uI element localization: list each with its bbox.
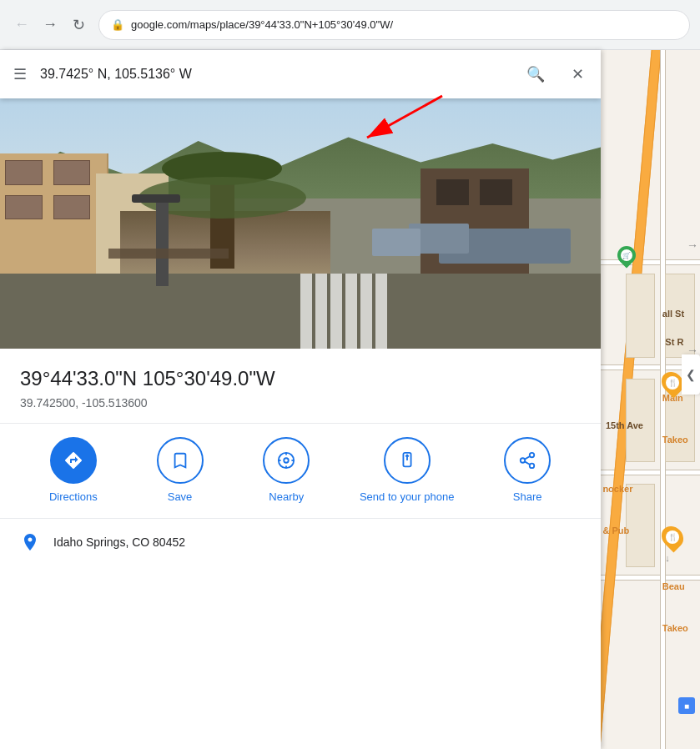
save-icon-circle (157, 437, 204, 484)
save-button[interactable]: Save (147, 437, 214, 505)
browser-chrome: ← → ↻ 🔒 google.com/maps/place/39°44'33.0… (0, 0, 700, 50)
directions-button[interactable]: Directions (40, 437, 107, 505)
coords-dms: 39°44'33.0"N 105°30'49.0"W (20, 365, 581, 391)
coords-decimal: 39.742500, -105.513600 (20, 396, 581, 410)
svg-line-15 (525, 456, 530, 460)
directions-icon-circle (50, 437, 97, 484)
directions-label: Directions (49, 490, 98, 505)
crosswalk (300, 274, 481, 349)
road-arrow-1: → (687, 239, 698, 252)
map-block-1 (626, 274, 656, 358)
send-to-phone-label: Send to your phone (360, 490, 454, 505)
nav-buttons: ← → ↻ (10, 13, 90, 37)
send-to-phone-button[interactable]: Send to your phone (360, 437, 454, 505)
send-to-phone-icon (398, 451, 416, 470)
fence (108, 249, 229, 259)
map-panel[interactable]: → → ↓ all St St R 15th Ave Main Takeo no… (601, 50, 700, 749)
nearby-icon (277, 451, 295, 470)
map-label-takeo2: Takeo (662, 623, 688, 633)
back-button[interactable]: ← (10, 13, 33, 37)
map-road-h1 (601, 259, 700, 265)
map-road-h4 (601, 575, 700, 581)
search-bar: ☰ 39.7425° N, 105.5136° W 🔍 ✕ (0, 50, 601, 98)
map-label-beau: Beau (662, 581, 685, 591)
map-label-nocker: nocker (602, 484, 632, 494)
share-label: Share (513, 490, 542, 505)
search-query: 39.7425° N, 105.5136° W (40, 67, 510, 82)
share-icon-circle (504, 437, 551, 484)
car-3 (372, 229, 421, 256)
poi-marker-blue: ■ (678, 697, 695, 714)
street-lamp (156, 199, 168, 286)
map-label-allst: all St (662, 309, 684, 319)
address-bar[interactable]: 🔒 google.com/maps/place/39°44'33.0"N+105… (98, 10, 690, 40)
svg-line-14 (525, 462, 530, 465)
map-label-15thave: 15th Ave (606, 420, 643, 430)
share-icon (518, 451, 536, 470)
directions-icon (63, 450, 83, 470)
address-text: Idaho Springs, CO 80452 (53, 535, 185, 549)
lock-icon: 🔒 (111, 18, 124, 31)
save-label: Save (168, 490, 193, 505)
action-buttons: Directions Save (0, 424, 601, 519)
sidebar-panel: ☰ 39.7425° N, 105.5136° W 🔍 ✕ (0, 50, 601, 749)
hamburger-icon[interactable]: ☰ (13, 65, 27, 83)
search-icon[interactable]: 🔍 (523, 62, 548, 87)
nearby-icon-circle (263, 437, 310, 484)
map-label-pub: & Pub (602, 525, 629, 535)
main-layout: ☰ 39.7425° N, 105.5136° W 🔍 ✕ (0, 50, 700, 749)
save-icon (171, 451, 189, 470)
url-text: google.com/maps/place/39°44'33.0"N+105°3… (131, 18, 393, 31)
map-block-3 (626, 484, 656, 568)
location-info: 39°44'33.0"N 105°30'49.0"W 39.742500, -1… (0, 349, 601, 424)
map-label-str: St R (665, 337, 683, 347)
send-to-phone-icon-circle (384, 437, 431, 484)
road-surface (0, 274, 601, 349)
street-scene (0, 98, 601, 349)
street-view (0, 98, 601, 349)
svg-point-12 (521, 458, 526, 463)
road-arrow-3: ↓ (665, 553, 670, 563)
nearby-button[interactable]: Nearby (253, 437, 320, 505)
share-button[interactable]: Share (494, 437, 561, 505)
nearby-label: Nearby (269, 490, 304, 505)
building-left (0, 153, 108, 291)
close-icon[interactable]: ✕ (568, 62, 587, 87)
svg-point-13 (530, 464, 535, 469)
svg-point-3 (285, 458, 290, 463)
sidebar-collapse-button[interactable]: ❮ (682, 354, 700, 395)
map-label-takeo1: Takeo (662, 435, 688, 445)
location-row: Idaho Springs, CO 80452 (0, 519, 601, 566)
location-pin-icon (20, 532, 40, 552)
svg-point-11 (530, 453, 535, 458)
map-background: → → ↓ all St St R 15th Ave Main Takeo no… (601, 50, 700, 749)
refresh-button[interactable]: ↻ (67, 13, 90, 37)
forward-button[interactable]: → (38, 13, 62, 37)
